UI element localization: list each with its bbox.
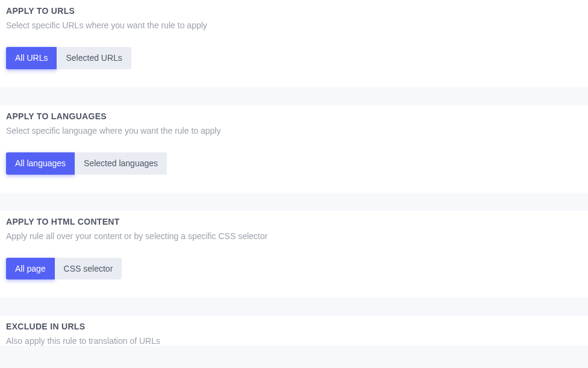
toggle-all-page[interactable]: All page: [6, 258, 55, 280]
section-title-urls: APPLY TO URLS: [6, 6, 582, 16]
section-exclude-in-urls: EXCLUDE IN URLS Also apply this rule to …: [0, 316, 588, 346]
section-apply-to-html: APPLY TO HTML CONTENT Apply rule all ove…: [0, 211, 588, 298]
toggle-group-html: All page CSS selector: [6, 258, 122, 280]
section-apply-to-urls: APPLY TO URLS Select specific URLs where…: [0, 0, 588, 87]
section-apply-to-languages: APPLY TO LANGUAGES Select specific langu…: [0, 105, 588, 193]
toggle-css-selector[interactable]: CSS selector: [55, 258, 122, 280]
toggle-group-urls: All URLs Selected URLs: [6, 47, 131, 69]
section-title-html: APPLY TO HTML CONTENT: [6, 217, 582, 226]
section-subtitle-html: Apply rule all over your content or by s…: [6, 231, 582, 241]
section-title-exclude: EXCLUDE IN URLS: [6, 322, 582, 331]
toggle-all-urls[interactable]: All URLs: [6, 47, 57, 69]
section-subtitle-languages: Select specific language where you want …: [6, 126, 582, 136]
section-title-languages: APPLY TO LANGUAGES: [6, 111, 582, 121]
toggle-all-languages[interactable]: All languages: [6, 152, 75, 175]
section-subtitle-urls: Select specific URLs where you want the …: [6, 20, 582, 30]
toggle-selected-urls[interactable]: Selected URLs: [57, 47, 131, 69]
toggle-group-languages: All languages Selected languages: [6, 152, 167, 175]
section-subtitle-exclude: Also apply this rule to translation of U…: [6, 336, 582, 346]
toggle-selected-languages[interactable]: Selected languages: [75, 152, 167, 175]
